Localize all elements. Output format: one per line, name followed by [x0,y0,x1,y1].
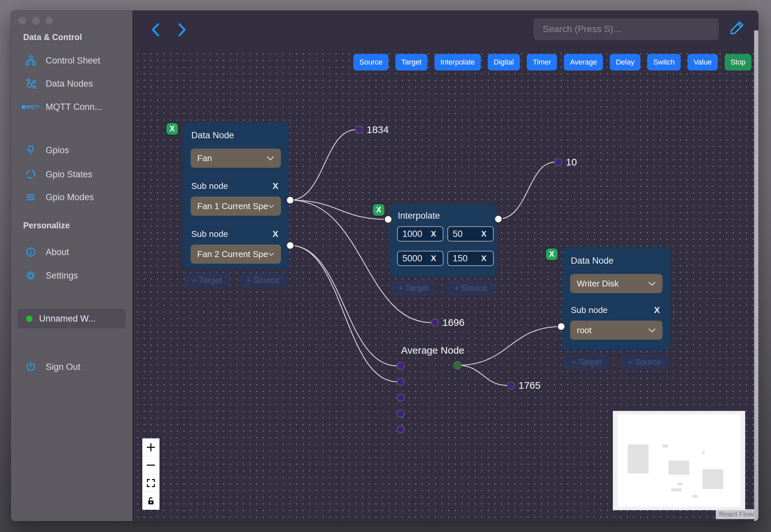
sidebar-item-settings[interactable]: Settings [24,268,128,283]
info-icon [24,246,37,258]
add-delay-node-button[interactable]: Delay [610,54,640,70]
edge-value-label: 1834 [367,124,389,135]
clear-field-button[interactable]: X [479,254,488,263]
workspace-label: Unnamed W... [39,314,96,324]
value-dot[interactable] [355,126,363,134]
zoom-in-button[interactable] [142,438,159,456]
workspace-item-selected[interactable]: Unnamed W... [18,309,126,329]
sub-node-select[interactable]: Fan 1 Current Spe [191,197,281,216]
data-node-fan[interactable]: X Data Node Fan Sub node X Fan 1 Current… [183,122,289,269]
interpolate-input[interactable]: 1000 X [397,226,443,242]
interpolate-input[interactable]: 5000 X [397,251,443,266]
gear-icon [24,269,37,282]
zoom-out-button[interactable] [142,456,159,474]
source-handle-fan-1[interactable] [286,196,295,204]
clear-field-button[interactable]: X [429,254,438,263]
interpolate-input[interactable]: 150 X [447,251,494,266]
data-node-writer-disk[interactable]: X Data Node Writer Disk Sub node X root … [562,247,670,351]
remove-sub-node-button[interactable]: X [271,181,280,191]
minimap-node [703,469,723,489]
source-handle-fan-2[interactable] [286,241,295,250]
power-icon [24,361,37,373]
forward-button[interactable] [175,22,189,37]
node-type-select[interactable]: Fan [191,149,281,168]
window-minimize-button[interactable] [32,17,40,24]
node-type-select[interactable]: Writer Disk [570,274,662,293]
add-source-button[interactable]: + Source [239,273,287,287]
search-input[interactable] [533,18,719,40]
add-average-node-button[interactable]: Average [564,54,603,70]
window-close-button[interactable] [19,17,26,24]
back-button[interactable] [148,22,163,37]
minimap-node [628,444,649,473]
select-value: root [577,325,592,335]
data-nodes-icon [24,77,37,90]
delete-node-button[interactable]: X [166,123,178,135]
sidebar-item-gpio-states[interactable]: Gpio States [24,167,128,182]
sidebar-item-control-sheet[interactable]: Control Sheet [24,53,128,68]
select-value: Writer Disk [577,279,619,289]
clear-field-button[interactable]: X [479,229,488,239]
canvas-controls [142,438,159,510]
minimap[interactable] [613,411,745,510]
add-digital-node-button[interactable]: Digital [488,54,520,70]
minimap-node [668,461,689,475]
edge-value-label: 1696 [442,317,465,328]
add-target-button[interactable]: + Target [391,281,436,295]
target-handle-writer-disk[interactable] [557,322,566,331]
plus-icon [146,442,156,452]
sub-node-label: Sub node [571,305,608,315]
value-dot[interactable] [431,319,439,327]
control-sheet-icon [24,54,37,67]
minimap-node [702,451,705,454]
interpolate-input[interactable]: 50 X [447,226,494,242]
sidebar-item-gpio-modes[interactable]: Gpio Modes [24,190,128,205]
edit-pencil-button[interactable] [727,19,746,38]
chevron-down-icon [266,156,274,161]
add-source-button[interactable]: + Source [620,355,668,369]
remove-sub-node-button[interactable]: X [271,229,280,239]
sidebar-item-sign-out[interactable]: Sign Out [24,359,128,375]
sub-node-select[interactable]: root [570,321,662,340]
value-dot[interactable] [554,158,562,166]
sub-node-select[interactable]: Fan 2 Current Spe [191,244,281,264]
workspace-status-dot [26,316,32,322]
average-result-handle[interactable] [453,361,462,370]
flow-editor: Source Target Interpolate Digital Timer … [132,11,758,521]
remove-sub-node-button[interactable]: X [652,305,662,315]
interpolate-node[interactable]: X Interpolate 1000 X 50 X 5000 X 150 X [389,203,497,277]
field-value: 50 [453,229,463,239]
average-output-handle[interactable] [397,425,405,433]
target-handle-interpolate[interactable] [384,215,392,224]
stop-button[interactable]: Stop [725,54,751,70]
add-switch-node-button[interactable]: Switch [647,54,681,70]
sidebar-item-about[interactable]: About [24,244,128,260]
add-target-button[interactable]: + Target [185,273,229,287]
sidebar-item-data-nodes[interactable]: Data Nodes [24,76,128,91]
value-dot[interactable] [507,381,515,389]
sidebar-item-mqtt-connections[interactable]: MQTT MQTT Conn... [24,99,128,114]
add-target-node-button[interactable]: Target [395,54,428,70]
delete-node-button[interactable]: X [373,204,385,216]
source-handle-interpolate[interactable] [494,215,503,223]
average-input-handle[interactable] [397,378,405,386]
window-zoom-button[interactable] [45,17,53,24]
mqtt-icon: MQTT [24,101,37,113]
add-source-node-button[interactable]: Source [353,54,388,70]
fit-view-button[interactable] [142,474,159,492]
lock-button[interactable] [142,492,159,510]
delete-node-button[interactable]: X [546,248,558,260]
average-input-handle[interactable] [397,362,405,370]
add-target-button[interactable]: + Target [564,355,609,369]
sidebar-item-gpios[interactable]: Gpios [24,143,128,158]
chevron-down-icon [268,252,274,257]
add-value-node-button[interactable]: Value [688,54,718,70]
sidebar-item-label: MQTT Conn... [46,102,102,112]
add-interpolate-node-button[interactable]: Interpolate [434,54,481,70]
average-input-handle[interactable] [397,410,405,418]
average-input-handle[interactable] [397,394,405,402]
scrollbar[interactable] [754,30,758,521]
add-timer-node-button[interactable]: Timer [527,54,557,70]
clear-field-button[interactable]: X [429,229,438,239]
add-source-button[interactable]: + Source [447,281,495,295]
